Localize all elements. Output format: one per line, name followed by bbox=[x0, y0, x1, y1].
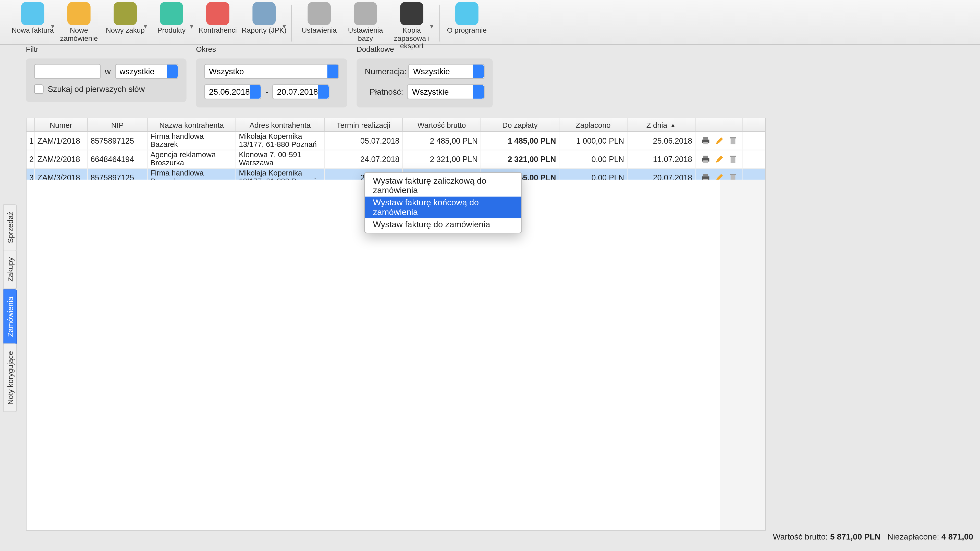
cell: 6648464194 bbox=[88, 150, 148, 168]
row-actions bbox=[695, 132, 743, 149]
toolbar-icon bbox=[67, 2, 91, 25]
sidetab-zakupy[interactable]: Zakupy bbox=[3, 250, 17, 289]
cell: Agencja reklamowa Broszurka bbox=[148, 150, 236, 168]
delete-icon[interactable] bbox=[728, 136, 737, 145]
dropdown-arrow-icon: ▾ bbox=[51, 22, 54, 30]
okres-title: Okres bbox=[196, 45, 216, 53]
cell: 2 485,00 PLN bbox=[403, 132, 481, 149]
okres-sep: - bbox=[266, 87, 268, 97]
toolbar-produkty[interactable]: Produkty▾ bbox=[148, 2, 194, 35]
filter-firstwords-checkbox[interactable] bbox=[34, 84, 43, 94]
cell: 2 321,00 PLN bbox=[481, 150, 559, 168]
toolbar-icon bbox=[455, 2, 479, 25]
toolbar-nowe-zamówienie[interactable]: Nowe zamówienie bbox=[56, 2, 102, 42]
cell: 05.07.2018 bbox=[325, 132, 403, 149]
dodatkowe-panel: Numeracja: Wszystkie Płatność: Wszystkie bbox=[356, 59, 493, 107]
cell: Firma handlowa Bazarek bbox=[148, 132, 236, 149]
svg-rect-6 bbox=[703, 156, 708, 158]
toolbar-label: Kontrahenci bbox=[199, 27, 237, 35]
dodatkowe-title: Dodatkowe bbox=[356, 45, 394, 53]
svg-rect-7 bbox=[703, 160, 708, 163]
toolbar-separator bbox=[439, 5, 440, 41]
print-icon[interactable] bbox=[700, 136, 710, 145]
grid-scroll-gutter bbox=[720, 179, 765, 530]
table-row[interactable]: 2ZAM/2/20186648464194Agencja reklamowa B… bbox=[27, 150, 765, 168]
toolbar-label: Raporty (JPK) bbox=[242, 27, 286, 35]
context-menu: Wystaw fakturę zaliczkową do zamówieniaW… bbox=[364, 172, 522, 233]
cell: ZAM/2/2018 bbox=[35, 150, 88, 168]
col-header[interactable]: Nazwa kontrahenta bbox=[148, 118, 236, 131]
col-header[interactable]: Termin realizacji bbox=[325, 118, 403, 131]
platnosc-select[interactable]: Wszystkie bbox=[407, 84, 485, 100]
print-icon[interactable] bbox=[700, 154, 710, 164]
footer-niezap-value: 4 871,00 bbox=[942, 532, 974, 541]
sort-asc-icon: ▲ bbox=[670, 121, 676, 128]
toolbar-label: Nowa faktura bbox=[12, 27, 54, 35]
col-header[interactable]: Numer bbox=[35, 118, 88, 131]
toolbar-kontrahenci[interactable]: Kontrahenci bbox=[195, 2, 241, 35]
filter-firstwords-label: Szukaj od pierwszych słów bbox=[48, 84, 145, 94]
svg-rect-1 bbox=[703, 137, 708, 140]
footer-summary: Wartość brutto: 5 871,00 PLN Niezapłacon… bbox=[773, 532, 973, 541]
filter-panel: w wszystkie Szukaj od pierwszych słów bbox=[26, 59, 186, 102]
col-header[interactable]: NIP bbox=[88, 118, 148, 131]
okres-from-date[interactable]: 25.06.2018 bbox=[204, 84, 261, 100]
col-header[interactable]: Z dnia ▲ bbox=[628, 118, 696, 131]
context-menu-item[interactable]: Wystaw fakturę końcową do zamówienia bbox=[365, 197, 521, 218]
footer-niezap-label: Niezapłacone: bbox=[887, 532, 939, 541]
numeracja-select[interactable]: Wszystkie bbox=[408, 64, 485, 79]
filter-w-label: w bbox=[105, 67, 111, 76]
sidetab-noty-korygujące[interactable]: Noty korygujące bbox=[3, 343, 17, 412]
filter-scope-select[interactable]: wszystkie bbox=[115, 64, 178, 79]
context-menu-item[interactable]: Wystaw fakturę do zamówienia bbox=[365, 218, 521, 230]
cell: 24.07.2018 bbox=[325, 150, 403, 168]
svg-rect-3 bbox=[730, 138, 735, 144]
toolbar-icon bbox=[354, 2, 377, 25]
grid-header: NumerNIPNazwa kontrahentaAdres kontrahen… bbox=[27, 118, 765, 132]
toolbar-nowy-zakup[interactable]: Nowy zakup▾ bbox=[102, 2, 148, 35]
cell: Mikołaja Kopernika 13/177, 61-880 Poznań bbox=[236, 132, 325, 149]
toolbar-label: Nowe zamówienie bbox=[56, 27, 102, 42]
cell: 2 bbox=[27, 150, 35, 168]
cell: 0,00 PLN bbox=[559, 150, 628, 168]
cell: 2 321,00 PLN bbox=[403, 150, 481, 168]
footer-brutto-value: 5 871,00 PLN bbox=[830, 532, 880, 541]
col-header[interactable]: Do zapłaty bbox=[481, 118, 559, 131]
col-header[interactable] bbox=[695, 118, 743, 131]
col-header[interactable]: Zapłacono bbox=[559, 118, 628, 131]
context-menu-item[interactable]: Wystaw fakturę zaliczkową do zamówienia bbox=[365, 175, 521, 197]
col-header[interactable] bbox=[27, 118, 35, 131]
toolbar-label: Nowy zakup bbox=[106, 27, 145, 35]
dropdown-arrow-icon: ▾ bbox=[283, 22, 286, 30]
cell: 25.06.2018 bbox=[628, 132, 696, 149]
toolbar-label: Ustawienia bazy bbox=[342, 27, 388, 42]
edit-icon[interactable] bbox=[714, 136, 724, 145]
toolbar-kopia-zapasowa-i-eksport[interactable]: Kopia zapasowa i eksport▾ bbox=[389, 2, 435, 50]
delete-icon[interactable] bbox=[728, 154, 737, 164]
edit-icon[interactable] bbox=[714, 154, 724, 164]
cell: 1 485,00 PLN bbox=[481, 132, 559, 149]
toolbar-icon bbox=[400, 2, 423, 25]
toolbar-ustawienia[interactable]: Ustawienia bbox=[296, 2, 342, 35]
filter-input[interactable] bbox=[34, 64, 100, 79]
sidetab-zamówienia[interactable]: Zamówienia bbox=[3, 289, 17, 344]
cell: 1 000,00 PLN bbox=[559, 132, 628, 149]
toolbar-nowa-faktura[interactable]: Nowa faktura▾ bbox=[10, 2, 56, 35]
okres-to-date[interactable]: 20.07.2018 bbox=[272, 84, 329, 100]
filter-title: Filtr bbox=[26, 45, 38, 53]
svg-rect-2 bbox=[703, 142, 708, 144]
okres-range-select[interactable]: Wszystko bbox=[204, 64, 339, 79]
table-row[interactable]: 1ZAM/1/20188575897125Firma handlowa Baza… bbox=[27, 132, 765, 150]
cell: 8575897125 bbox=[88, 132, 148, 149]
toolbar-ustawienia-bazy[interactable]: Ustawienia bazy bbox=[342, 2, 388, 42]
toolbar-icon bbox=[252, 2, 275, 25]
toolbar-icon bbox=[206, 2, 229, 25]
toolbar-o-programie[interactable]: O programie bbox=[444, 2, 490, 35]
cell: 11.07.2018 bbox=[628, 150, 696, 168]
col-header[interactable]: Wartość brutto bbox=[403, 118, 481, 131]
col-header[interactable]: Adres kontrahenta bbox=[236, 118, 325, 131]
toolbar-raporty-jpk-[interactable]: Raporty (JPK)▾ bbox=[241, 2, 287, 35]
sidetab-sprzedaż[interactable]: Sprzedaż bbox=[3, 204, 17, 251]
toolbar-label: O programie bbox=[447, 27, 487, 35]
toolbar: Nowa faktura▾Nowe zamówienieNowy zakup▾P… bbox=[0, 0, 980, 45]
